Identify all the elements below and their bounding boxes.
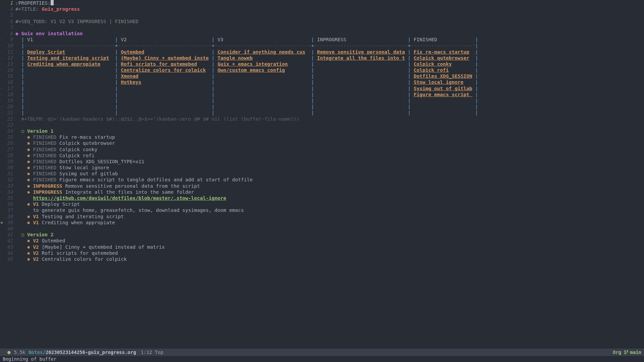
code-content[interactable]: [15, 226, 488, 232]
code-line[interactable]: +39 ✱ V1 Crediting when appropiate: [0, 220, 488, 226]
org-link[interactable]: Integrate all the files into t: [317, 55, 405, 61]
code-line[interactable]: ·9 | V1 | V2 | V3 | INPROGRESS | FINISHE…: [0, 37, 488, 43]
org-link[interactable]: Own/custom emacs config: [217, 67, 285, 73]
code-line[interactable]: ·20 | | | | | |: [0, 104, 488, 110]
editor-area[interactable]: 1:PROPERTIES:.. 4#+TITLE: Guix_progress …: [0, 0, 488, 274]
code-line[interactable]: 1:PROPERTIES:..: [0, 0, 488, 6]
code-content[interactable]: ✱ INPROGRESS Remove sensitive personal d…: [15, 183, 488, 189]
code-line[interactable]: 32 ✱ FINISHED Figure emacs script to tan…: [0, 177, 488, 183]
org-link[interactable]: Consider if anything needs cus: [217, 49, 305, 55]
code-content[interactable]: | | Centralize colors for colpick | Own/…: [15, 67, 488, 73]
code-content[interactable]: ✱ FINISHED Stow local ignore: [15, 165, 488, 171]
code-content[interactable]: [15, 24, 488, 31]
code-content[interactable]: ✱ V2 [Maybe] Cinny + qutembed instead of…: [15, 244, 488, 250]
code-content[interactable]: ✱ V1 Testing and iterating script: [15, 214, 488, 220]
org-link[interactable]: Tangle noweb: [217, 55, 253, 61]
org-link[interactable]: Colpick rofi: [414, 67, 449, 73]
code-line[interactable]: 24 ○ Version 1: [0, 128, 488, 134]
code-line[interactable]: 44 ✱ V2 Rofi scripts for qutemebed: [0, 250, 488, 256]
code-line[interactable]: ·21 | | | | | |: [0, 110, 488, 116]
code-content[interactable]: ✱ V1 Deploy Script: [15, 201, 488, 207]
code-content[interactable]: | | | | | Sysimg out of gitlab |: [15, 85, 488, 92]
code-line[interactable]: ·15 | | Xmonad | | | Dotfiles XDG_SESSIO…: [0, 73, 488, 79]
code-line[interactable]: 25 ✱ FINISHED Fix re-macs startup: [0, 134, 488, 140]
code-content[interactable]: | Crediting when appropiate | Rofi scrip…: [15, 61, 488, 67]
code-line[interactable]: 43 ✱ V2 [Maybe] Cinny + qutembed instead…: [0, 244, 488, 250]
code-line[interactable]: 30 ✱ FINISHED Stow local ignore: [0, 165, 488, 171]
org-link[interactable]: Crediting when appropiate: [27, 61, 100, 67]
code-line[interactable]: 45 ✱ V2 Centralize colors for colpick: [0, 256, 488, 262]
org-link[interactable]: Qutembed: [121, 49, 144, 55]
code-content[interactable]: to generate guix home, greasefetch, stow…: [15, 207, 488, 213]
code-line[interactable]: 8◉ Guix env installation: [0, 31, 488, 37]
org-link[interactable]: Stow local ignore: [414, 79, 463, 85]
org-link[interactable]: Remove sensitive personal data: [317, 49, 405, 55]
code-content[interactable]: | | | | | |: [15, 110, 488, 116]
code-content[interactable]: #+SEQ_TODO: V1 V2 V3 INPROGRESS | FINISH…: [15, 18, 488, 24]
org-link[interactable]: Xmonad: [121, 73, 138, 79]
code-line[interactable]: 23: [0, 122, 488, 128]
code-content[interactable]: |-------------------------------+-------…: [15, 43, 488, 49]
code-line[interactable]: 42 ✱ V2 Qutembed: [0, 238, 488, 244]
code-content[interactable]: :PROPERTIES:..: [15, 0, 488, 6]
code-content[interactable]: ✱ FINISHED Dotfiles XDG_SESSION_TYPE=x11: [15, 159, 488, 165]
org-link[interactable]: Dotfiles XDG_SESSION: [414, 73, 472, 79]
org-link[interactable]: Fix re-macs startup: [414, 49, 469, 55]
org-link[interactable]: Rofi scripts for qutemebed: [121, 61, 197, 67]
code-content[interactable]: | | | | | Figure emacs script |: [15, 92, 488, 98]
code-content[interactable]: ✱ V2 Rofi scripts for qutemebed: [15, 250, 488, 256]
code-line[interactable]: ·33 ✱ INPROGRESS Remove sensitive person…: [0, 183, 488, 189]
code-content[interactable]: ◉ Guix env installation: [15, 31, 488, 37]
code-content[interactable]: | V1 | V2 | V3 | INPROGRESS | FINISHED |: [15, 37, 488, 43]
code-content[interactable]: | | | | | |: [15, 98, 488, 104]
code-line[interactable]: 22 #+TBLFM: @1='(kanban-headers $#)::@2$…: [0, 116, 488, 122]
code-content[interactable]: ✱ V2 Qutembed: [15, 238, 488, 244]
code-content[interactable]: ✱ FINISHED Colpick qutebrowser: [15, 140, 488, 146]
code-content[interactable]: [15, 12, 488, 18]
org-link[interactable]: https://github.com/daviwil/dotfiles/blob…: [33, 195, 226, 201]
code-content[interactable]: ✱ V2 Centralize colors for colpick: [15, 256, 488, 262]
code-line[interactable]: 35 https://github.com/daviwil/dotfiles/b…: [0, 195, 488, 201]
code-content[interactable]: ✱ INPROGRESS Integrate all the files int…: [15, 189, 488, 195]
code-line[interactable]: 7: [0, 24, 488, 31]
code-line[interactable]: 28 ✱ FINISHED Colpick rofi: [0, 153, 488, 159]
code-line[interactable]: ·34 ✱ INPROGRESS Integrate all the files…: [0, 189, 488, 195]
org-link[interactable]: Figure emacs script: [414, 92, 472, 97]
code-content[interactable]: [15, 122, 488, 128]
code-content[interactable]: #+TITLE: Guix_progress: [15, 6, 488, 12]
code-content[interactable]: ✱ FINISHED Sysimg out of gitlab: [15, 171, 488, 177]
code-line[interactable]: ·18 | | | | | Figure emacs script |: [0, 92, 488, 98]
code-line[interactable]: 6#+SEQ_TODO: V1 V2 V3 INPROGRESS | FINIS…: [0, 18, 488, 24]
org-link[interactable]: Guix + emacs integration: [217, 61, 288, 67]
code-line[interactable]: ·10 |-------------------------------+---…: [0, 43, 488, 49]
org-link[interactable]: Colpick conky: [414, 61, 452, 67]
code-content[interactable]: ✱ V1 Crediting when appropiate: [15, 220, 488, 226]
code-content[interactable]: | | Xmonad | | | Dotfiles XDG_SESSION |: [15, 73, 488, 79]
org-link[interactable]: Deploy Script: [27, 49, 65, 55]
code-line[interactable]: 31 ✱ FINISHED Sysimg out of gitlab: [0, 171, 488, 177]
code-line[interactable]: 26 ✱ FINISHED Colpick qutebrowser: [0, 140, 488, 146]
org-link[interactable]: Testing and iterating script: [27, 55, 109, 61]
code-content[interactable]: | | | | | |: [15, 104, 488, 110]
code-line[interactable]: 5: [0, 12, 488, 18]
code-line[interactable]: ·16 | | Hotkeys | | | Stow local ignore …: [0, 79, 488, 85]
code-content[interactable]: | | Hotkeys | | | Stow local ignore |: [15, 79, 488, 85]
code-line[interactable]: 41 ○ Version 2: [0, 232, 488, 238]
code-line[interactable]: 38 ✱ V1 Testing and iterating script: [0, 214, 488, 220]
code-content[interactable]: | Testing and iterating script | {Maybe}…: [15, 55, 488, 61]
code-content[interactable]: ○ Version 2: [15, 232, 488, 238]
code-content[interactable]: ✱ FINISHED Fix re-macs startup: [15, 134, 488, 140]
code-content[interactable]: ✱ FINISHED Colpick conky: [15, 146, 488, 153]
code-line[interactable]: ·19 | | | | | |: [0, 98, 488, 104]
org-link[interactable]: Colpick qutebrowser: [414, 55, 469, 61]
code-line[interactable]: 27 ✱ FINISHED Colpick conky: [0, 146, 488, 153]
code-line[interactable]: 4#+TITLE: Guix_progress: [0, 6, 488, 12]
code-line[interactable]: ·13 | Crediting when appropiate | Rofi s…: [0, 61, 488, 67]
code-line[interactable]: 37 to generate guix home, greasefetch, s…: [0, 207, 488, 213]
org-link[interactable]: Sysimg out of gitlab: [414, 86, 472, 91]
org-link[interactable]: Centralize colors for colpick: [121, 67, 206, 73]
code-line[interactable]: ·14 | | Centralize colors for colpick | …: [0, 67, 488, 73]
code-line[interactable]: 40: [0, 226, 488, 232]
code-content[interactable]: ✱ FINISHED Figure emacs script to tangle…: [15, 177, 488, 183]
org-link[interactable]: Hotkeys: [121, 79, 141, 85]
